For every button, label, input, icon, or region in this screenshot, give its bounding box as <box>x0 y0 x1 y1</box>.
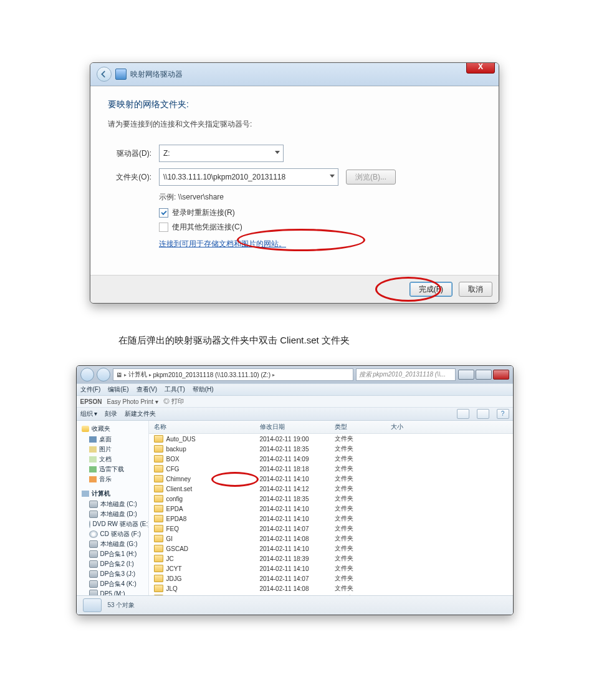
file-name: JC <box>166 555 174 562</box>
chevron-right-icon: ▸ <box>149 372 151 378</box>
folder-icon <box>154 545 163 552</box>
star-icon <box>82 426 89 432</box>
minimize-button[interactable] <box>458 370 474 380</box>
view-options-icon[interactable] <box>457 409 469 419</box>
dialog-titlebar: 映射网络驱动器 <box>90 63 499 86</box>
file-type: 文件夹 <box>335 454 391 463</box>
othercred-checkbox[interactable] <box>159 223 168 232</box>
file-date: 2014-02-11 14:10 <box>260 565 335 572</box>
file-type: 文件夹 <box>335 514 391 523</box>
nav-dp-j[interactable]: DP合集3 (J:) <box>100 570 136 578</box>
breadcrumb-computer[interactable]: 计算机 <box>128 370 147 379</box>
status-text: 53 个对象 <box>108 601 135 610</box>
file-name: backup <box>166 446 186 453</box>
file-date: 2014-02-11 18:35 <box>260 446 335 453</box>
drive-combo[interactable]: Z: <box>159 145 284 162</box>
file-type: 文件夹 <box>335 464 391 473</box>
close-button[interactable]: X <box>466 62 495 74</box>
nav-pictures[interactable]: 图片 <box>99 445 112 454</box>
menu-edit[interactable]: 编辑(E) <box>108 385 128 394</box>
nav-dp-k[interactable]: DP合集4 (K:) <box>100 580 136 588</box>
folder-combo[interactable]: \\10.33.111.10\pkpm2010_20131118 <box>159 168 338 186</box>
file-name: JLQ <box>166 585 178 592</box>
organize-menu[interactable]: 组织 ▾ <box>80 410 98 418</box>
reconnect-checkbox[interactable] <box>159 208 168 218</box>
file-type: 文件夹 <box>335 594 391 595</box>
file-row[interactable]: GI2014-02-11 14:08文件夹 <box>149 534 513 544</box>
nav-computer[interactable]: 计算机 <box>92 489 110 498</box>
column-headers[interactable]: 名称 修改日期 类型 大小 <box>149 421 513 434</box>
finish-button[interactable]: 完成(F) <box>409 282 453 297</box>
nav-dp-h[interactable]: DP合集1 (H:) <box>100 550 137 559</box>
file-name: JDJG <box>166 575 182 582</box>
nav-cd[interactable]: CD 驱动器 (F:) <box>100 530 141 539</box>
file-row[interactable]: GSCAD2014-02-11 14:10文件夹 <box>149 544 513 554</box>
file-type: 文件夹 <box>335 524 391 533</box>
burn-button[interactable]: 刻录 <box>105 410 117 418</box>
nav-favorites[interactable]: 收藏夹 <box>92 424 110 433</box>
file-row[interactable]: Client.set2014-02-11 14:12文件夹 <box>149 484 513 494</box>
col-type[interactable]: 类型 <box>335 423 391 431</box>
search-input[interactable]: 搜索 pkpm2010_20131118 (\\... <box>356 368 456 381</box>
menu-view[interactable]: 查看(V) <box>136 385 157 394</box>
storage-link[interactable]: 连接到可用于存储文档和图片的网站。 <box>159 239 286 248</box>
file-row[interactable]: config2014-02-11 18:35文件夹 <box>149 494 513 504</box>
newfolder-button[interactable]: 新建文件夹 <box>125 410 156 418</box>
nav-dvd[interactable]: DVD RW 驱动器 (E:) <box>93 520 149 529</box>
browse-button[interactable]: 浏览(B)... <box>346 170 396 185</box>
nav-thunder[interactable]: 迅雷下载 <box>99 465 124 474</box>
file-date: 2014-02-11 14:07 <box>260 575 335 582</box>
nav-local-d[interactable]: 本地磁盘 (D:) <box>100 510 137 519</box>
file-date: 2014-02-11 19:00 <box>260 436 335 443</box>
help-icon[interactable]: ? <box>497 409 509 419</box>
menu-tools[interactable]: 工具(T) <box>165 385 185 394</box>
nav-dp-i[interactable]: DP合集2 (I:) <box>100 560 134 568</box>
epson-easyprint[interactable]: Easy Photo Print ▾ <box>107 398 158 405</box>
file-row[interactable]: JCYT2014-02-11 14:10文件夹 <box>149 563 513 573</box>
file-row[interactable]: JC2014-02-11 18:39文件夹 <box>149 554 513 563</box>
nav-desktop[interactable]: 桌面 <box>99 435 112 444</box>
file-row[interactable]: LT2014-02-11 18:39文件夹 <box>149 593 513 595</box>
file-row[interactable]: Auto_DUS2014-02-11 19:00文件夹 <box>149 434 513 444</box>
nav-docs[interactable]: 文档 <box>99 455 112 464</box>
menu-file[interactable]: 文件(F) <box>80 385 101 394</box>
nav-music[interactable]: 音乐 <box>99 475 112 484</box>
command-bar: 组织 ▾ 刻录 新建文件夹 ? <box>77 408 513 421</box>
file-row[interactable]: JDJG2014-02-11 14:07文件夹 <box>149 573 513 583</box>
menu-help[interactable]: 帮助(H) <box>193 385 214 394</box>
nav-local-g[interactable]: 本地磁盘 (G:) <box>100 540 138 549</box>
nav-dp-m[interactable]: DP5 (M:) <box>100 590 125 596</box>
folder-label: 文件夹(O): <box>108 172 151 183</box>
computer-icon <box>82 491 89 497</box>
address-bar[interactable]: 🖥 ▸ 计算机 ▸ pkpm2010_20131118 (\\10.33.111… <box>113 368 353 381</box>
maximize-button[interactable] <box>476 370 492 380</box>
cancel-button[interactable]: 取消 <box>459 282 492 297</box>
file-type: 文件夹 <box>335 584 391 593</box>
file-name: Client.set <box>166 486 193 492</box>
col-size[interactable]: 大小 <box>391 423 508 431</box>
file-type: 文件夹 <box>335 564 391 573</box>
epson-print[interactable]: ◎ 打印 <box>163 397 184 406</box>
file-row[interactable]: FEQ2014-02-11 14:07文件夹 <box>149 524 513 534</box>
nav-forward-button[interactable] <box>97 368 110 381</box>
folder-collection-icon <box>83 598 102 612</box>
file-row[interactable]: Chimney2014-02-11 14:10文件夹 <box>149 474 513 484</box>
file-row[interactable]: BOX2014-02-11 14:09文件夹 <box>149 454 513 464</box>
file-row[interactable]: JLQ2014-02-11 14:08文件夹 <box>149 583 513 593</box>
file-row[interactable]: EPDA82014-02-11 14:10文件夹 <box>149 514 513 524</box>
col-date[interactable]: 修改日期 <box>260 423 335 431</box>
folder-icon <box>154 595 163 595</box>
nav-back-button[interactable] <box>80 368 94 381</box>
example-text: 示例: \\server\share <box>159 192 481 203</box>
back-button[interactable] <box>97 67 112 82</box>
file-row[interactable]: EPDA2014-02-11 14:10文件夹 <box>149 504 513 514</box>
pictures-icon <box>89 446 97 453</box>
preview-pane-icon[interactable] <box>477 409 489 419</box>
file-row[interactable]: CFG2014-02-11 18:18文件夹 <box>149 464 513 474</box>
file-row[interactable]: backup2014-02-11 18:35文件夹 <box>149 444 513 454</box>
breadcrumb-drive[interactable]: pkpm2010_20131118 (\\10.33.111.10) (Z:) <box>153 372 271 378</box>
col-name[interactable]: 名称 <box>154 423 260 431</box>
file-name: EPDA <box>166 506 183 512</box>
window-close-button[interactable] <box>493 370 509 380</box>
nav-local-c[interactable]: 本地磁盘 (C:) <box>100 500 137 509</box>
